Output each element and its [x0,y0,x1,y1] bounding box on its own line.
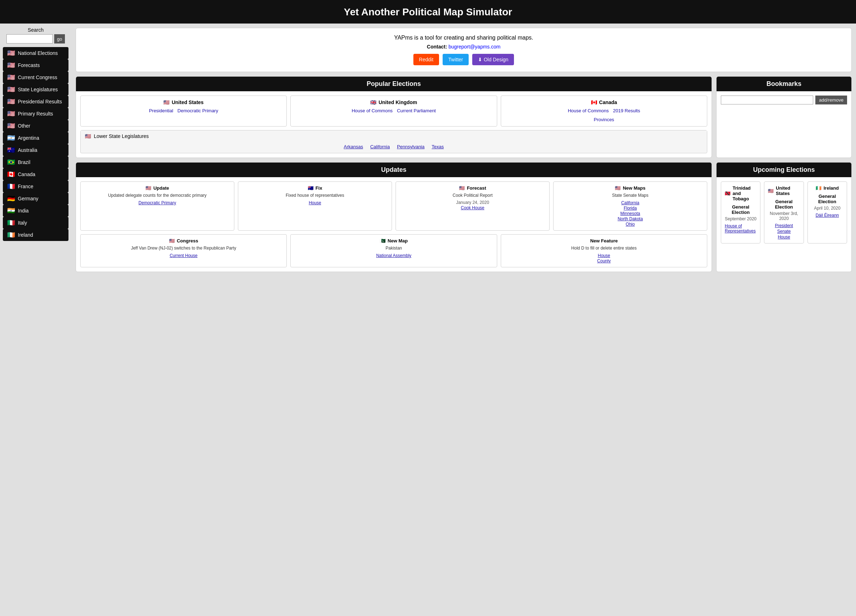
main-content: YAPms is a tool for creating and sharing… [71,23,856,276]
sidebar-item-australia[interactable]: 🇦🇺Australia [3,144,68,156]
update-card-update: 🇺🇸Update Updated delegate counts for the… [80,181,234,230]
lower-state-link-california[interactable]: California [370,144,390,149]
search-box: Search go [3,27,68,43]
sidebar-item-italy[interactable]: 🇮🇹Italy [3,217,68,229]
election-card-united-states: 🇺🇸United States PresidentialDemocratic P… [80,95,287,126]
sidebar-item-national-elections[interactable]: 🇺🇸National Elections [3,47,68,59]
bookmark-row: add/remove [717,91,851,109]
election-card-united-kingdom: 🇬🇧United Kingdom House of CommonsCurrent… [290,95,497,126]
update-card-new-maps: 🇺🇸New Maps State Senate Maps CaliforniaF… [553,181,707,230]
sidebar-item-current-congress[interactable]: 🇺🇸Current Congress [3,71,68,83]
lower-state-flag: 🇺🇸 [85,133,91,139]
twitter-button[interactable]: Twitter [443,54,469,65]
sidebar-item-brazil[interactable]: 🇧🇷Brazil [3,156,68,168]
sidebar-item-germany[interactable]: 🇩🇪Germany [3,192,68,204]
popular-bookmarks-row: Popular Elections 🇺🇸United States Presid… [75,76,852,158]
updates-panel: Updates 🇺🇸Update Updated delegate counts… [75,162,712,272]
sidebar-item-argentina[interactable]: 🇦🇷Argentina [3,132,68,144]
upcoming-card-trinidad-and-tobago: 🇹🇹Trinidad and Tobago General Election S… [721,181,761,243]
lower-state-links: ArkansasCaliforniaPennsylvaniaTexas [81,142,707,153]
bookmark-add-button[interactable]: add/remove [815,95,847,104]
upcoming-panel: Upcoming Elections 🇹🇹Trinidad and Tobago… [716,162,852,272]
page-title: Yet Another Political Map Simulator [0,0,856,23]
action-buttons: Reddit Twitter ⬇ Old Design [83,54,844,65]
update-card-fix: 🇦🇺Fix Fixed house of representatives Hou… [238,181,392,230]
sidebar-nav: 🇺🇸National Elections🇺🇸Forecasts🇺🇸Current… [3,47,68,241]
contact-label: Contact: [427,44,447,49]
contact-email[interactable]: bugreport@yapms.com [448,44,500,49]
update-card2-congress: 🇺🇸Congress Jeff Van Drew (NJ-02) switche… [80,234,287,267]
search-label: Search [28,27,43,33]
sidebar-item-ireland[interactable]: 🇮🇪Ireland [3,229,68,241]
lower-state-card: 🇺🇸 Lower State Legislatures ArkansasCali… [80,130,707,153]
sidebar: Search go 🇺🇸National Elections🇺🇸Forecast… [0,23,71,244]
header-title: Yet Another Political Map Simulator [344,6,512,17]
sidebar-item-primary-results[interactable]: 🇺🇸Primary Results [3,108,68,120]
upcoming-header: Upcoming Elections [717,163,851,177]
updates-upcoming-row: Updates 🇺🇸Update Updated delegate counts… [75,162,852,272]
search-input[interactable] [6,34,53,43]
bookmark-input[interactable] [721,95,813,104]
sidebar-item-other[interactable]: 🇺🇸Other [3,120,68,132]
info-panel: YAPms is a tool for creating and sharing… [75,28,852,72]
sidebar-item-france[interactable]: 🇫🇷France [3,180,68,192]
bookmarks-header: Bookmarks [717,77,851,91]
lower-state-title: 🇺🇸 Lower State Legislatures [81,131,707,142]
upcoming-card-united-states: 🇺🇸United States General Election Novembe… [764,181,804,243]
elections-grid: 🇺🇸United States PresidentialDemocratic P… [80,95,707,126]
updates-header: Updates [76,163,711,177]
sidebar-item-canada[interactable]: 🇨🇦Canada [3,168,68,180]
search-go-button[interactable]: go [54,34,65,43]
lower-state-link-texas[interactable]: Texas [431,144,444,149]
popular-elections-panel: Popular Elections 🇺🇸United States Presid… [75,76,712,158]
popular-elections-body: 🇺🇸United States PresidentialDemocratic P… [76,91,711,158]
sidebar-item-state-legislatures[interactable]: 🇺🇸State Legislatures [3,83,68,95]
update-card2-new-feature: New Feature Hold D to fill or delete ent… [501,234,707,267]
sidebar-item-india[interactable]: 🇮🇳India [3,204,68,217]
info-description: YAPms is a tool for creating and sharing… [83,35,844,41]
update-card-forecast: 🇺🇸Forecast Cook Political Report January… [396,181,550,230]
bookmarks-panel: Bookmarks add/remove [716,76,852,158]
upcoming-grid: 🇹🇹Trinidad and Tobago General Election S… [717,177,851,248]
updates-body: 🇺🇸Update Updated delegate counts for the… [76,177,711,272]
lower-state-link-arkansas[interactable]: Arkansas [344,144,363,149]
old-design-button[interactable]: ⬇ Old Design [472,54,514,65]
update-card2-new-map: 🇵🇰New Map Pakistan National Assembly [290,234,497,267]
contact-line: Contact: bugreport@yapms.com [83,44,844,49]
lower-state-label: Lower State Legislatures [94,133,149,139]
sidebar-item-presidential-results[interactable]: 🇺🇸Presidential Results [3,95,68,108]
updates-grid-1: 🇺🇸Update Updated delegate counts for the… [80,181,707,230]
upcoming-card-ireland: 🇮🇪Ireland General Election April 10, 202… [807,181,847,243]
updates-grid-2: 🇺🇸Congress Jeff Van Drew (NJ-02) switche… [80,234,707,267]
election-card-canada: 🇨🇦Canada House of Commons2019 ResultsPro… [501,95,707,126]
lower-state-link-pennsylvania[interactable]: Pennsylvania [397,144,425,149]
popular-elections-header: Popular Elections [76,77,711,91]
reddit-button[interactable]: Reddit [413,54,439,65]
sidebar-item-forecasts[interactable]: 🇺🇸Forecasts [3,59,68,71]
